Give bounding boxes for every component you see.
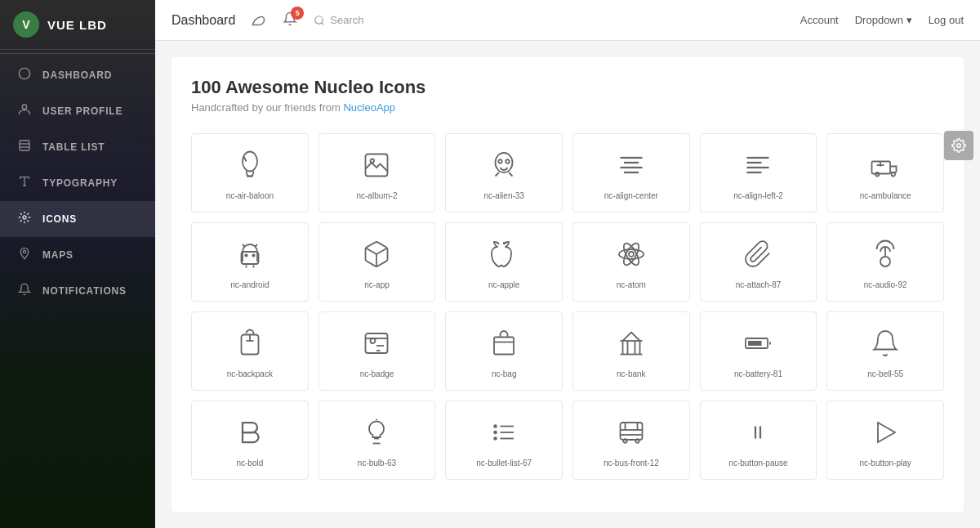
icon-card-nc-bullet-list-67[interactable]: nc-bullet-list-67: [445, 400, 563, 480]
svg-point-61: [493, 431, 497, 435]
nc-atom-icon: [617, 239, 646, 280]
icon-label: nc-badge: [360, 369, 394, 378]
panel-subtitle: Handcrafted by our friends from NucleoAp…: [191, 101, 944, 114]
icon-label: nc-button-play: [859, 459, 911, 468]
svg-point-11: [243, 152, 257, 172]
svg-point-63: [493, 436, 497, 441]
icon-label: nc-app: [364, 280, 390, 289]
settings-button[interactable]: [944, 131, 973, 160]
icon-card-nc-atom[interactable]: nc-atom: [572, 222, 690, 302]
account-link[interactable]: Account: [800, 14, 839, 26]
svg-rect-30: [241, 252, 258, 264]
icon-label: nc-atom: [617, 280, 646, 289]
nc-bank-icon: [617, 329, 646, 369]
icon-card-nc-android[interactable]: nc-android: [191, 222, 309, 302]
nucleo-app-link[interactable]: NucleoApp: [343, 101, 395, 114]
svg-point-75: [957, 144, 961, 148]
icon-card-nc-ambulance[interactable]: nc-ambulance: [826, 133, 944, 213]
nc-button-pause-icon: [743, 418, 773, 459]
icon-card-nc-bus-front-12[interactable]: nc-bus-front-12: [572, 400, 690, 480]
nc-bus-front-12-icon: [617, 418, 646, 459]
icon-card-nc-bulb-63[interactable]: nc-bulb-63: [318, 400, 436, 480]
svg-point-7: [23, 216, 26, 219]
icon-card-nc-button-play[interactable]: nc-button-play: [826, 400, 944, 480]
sidebar-item-table-list[interactable]: Table List: [0, 129, 155, 165]
svg-point-18: [506, 159, 510, 163]
nc-air-baloon-icon: [235, 150, 265, 191]
icon-label: nc-album-2: [356, 191, 397, 200]
icon-label: nc-button-pause: [728, 459, 787, 468]
svg-point-1: [22, 105, 26, 109]
svg-point-59: [493, 424, 497, 428]
icons-panel: 100 Awesome Nucleo Icons Handcrafted by …: [172, 57, 964, 512]
svg-line-34: [255, 244, 257, 247]
svg-line-13: [243, 157, 246, 162]
sidebar-item-maps[interactable]: Maps: [0, 237, 155, 273]
nc-bell-55-icon: [871, 329, 900, 369]
sidebar-item-notifications[interactable]: Notifications: [0, 273, 155, 309]
icon-card-nc-air-baloon[interactable]: nc-air-baloon: [191, 133, 309, 213]
sidebar-item-user-profile[interactable]: User Profile: [0, 93, 155, 129]
topbar-notification-btn[interactable]: 5: [283, 11, 297, 29]
sidebar-item-dashboard[interactable]: Dashboard: [0, 57, 155, 93]
user-icon: [16, 103, 33, 119]
icon-label: nc-bank: [617, 369, 646, 378]
icon-label: nc-bag: [492, 369, 517, 378]
sidebar-item-label: Maps: [42, 249, 74, 261]
icons-grid: nc-air-baloonnc-album-2nc-alien-33nc-ali…: [191, 133, 944, 480]
icon-card-nc-backpack[interactable]: nc-backpack: [191, 311, 309, 391]
icon-card-nc-attach-87[interactable]: nc-attach-87: [700, 222, 817, 302]
typography-icon: [16, 175, 33, 191]
nc-album-2-icon: [362, 150, 391, 191]
icon-card-nc-bag[interactable]: nc-bag: [445, 311, 563, 391]
icon-card-nc-align-center[interactable]: nc-align-center: [572, 133, 690, 213]
topbar-leaf-icon[interactable]: [248, 8, 270, 33]
icon-label: nc-audio-92: [864, 280, 907, 289]
icon-card-nc-badge[interactable]: nc-badge: [318, 311, 436, 391]
nc-alien-33-icon: [489, 150, 519, 191]
icon-card-nc-album-2[interactable]: nc-album-2: [318, 133, 436, 213]
sidebar-title: VUE LBD: [47, 18, 107, 32]
notifications-icon: [16, 283, 33, 299]
nc-align-center-icon: [617, 150, 646, 191]
icon-label: nc-bell-55: [867, 369, 903, 378]
sidebar-item-label: Typography: [42, 177, 118, 189]
svg-rect-47: [494, 338, 514, 355]
dropdown-link[interactable]: Dropdown ▾: [855, 14, 912, 26]
search-box[interactable]: Search: [314, 14, 363, 26]
nc-backpack-icon: [235, 329, 265, 369]
icon-label: nc-battery-81: [734, 369, 782, 378]
nc-bold-icon: [235, 418, 265, 459]
table-icon: [16, 139, 33, 155]
topbar-title: Dashboard: [172, 13, 235, 28]
icon-card-nc-audio-92[interactable]: nc-audio-92: [826, 222, 944, 302]
svg-rect-65: [620, 423, 642, 440]
icon-card-nc-button-pause[interactable]: nc-button-pause: [700, 400, 817, 480]
icon-card-nc-app[interactable]: nc-app: [318, 222, 436, 302]
icon-card-nc-bell-55[interactable]: nc-bell-55: [826, 311, 944, 391]
nc-bullet-list-67-icon: [489, 418, 519, 459]
nc-attach-87-icon: [743, 239, 773, 280]
sidebar-item-typography[interactable]: Typography: [0, 165, 155, 201]
svg-point-8: [23, 250, 25, 253]
icon-card-nc-battery-81[interactable]: nc-battery-81: [700, 311, 817, 391]
sidebar-item-label: Icons: [42, 213, 77, 225]
sidebar-brand: V VUE LBD: [0, 0, 155, 50]
notification-badge: 5: [291, 7, 304, 20]
icon-card-nc-apple[interactable]: nc-apple: [445, 222, 563, 302]
panel-title: 100 Awesome Nucleo Icons: [191, 77, 944, 98]
nc-android-icon: [235, 239, 265, 280]
icons-icon: [16, 211, 33, 227]
topbar: Dashboard 5 Search Account Dropdown ▾ Lo…: [155, 0, 980, 41]
sidebar-logo: V: [13, 11, 39, 38]
icon-card-nc-align-left-2[interactable]: nc-align-left-2: [700, 133, 817, 213]
sidebar-item-label: User Profile: [42, 105, 122, 117]
logout-link[interactable]: Log out: [929, 14, 964, 26]
icon-card-nc-bold[interactable]: nc-bold: [191, 400, 309, 480]
sidebar-item-icons[interactable]: Icons: [0, 201, 155, 237]
icon-card-nc-bank[interactable]: nc-bank: [572, 311, 690, 391]
sidebar-item-label: Notifications: [42, 285, 127, 297]
icon-card-nc-alien-33[interactable]: nc-alien-33: [445, 133, 563, 213]
svg-point-35: [245, 254, 247, 256]
svg-point-36: [252, 254, 254, 256]
